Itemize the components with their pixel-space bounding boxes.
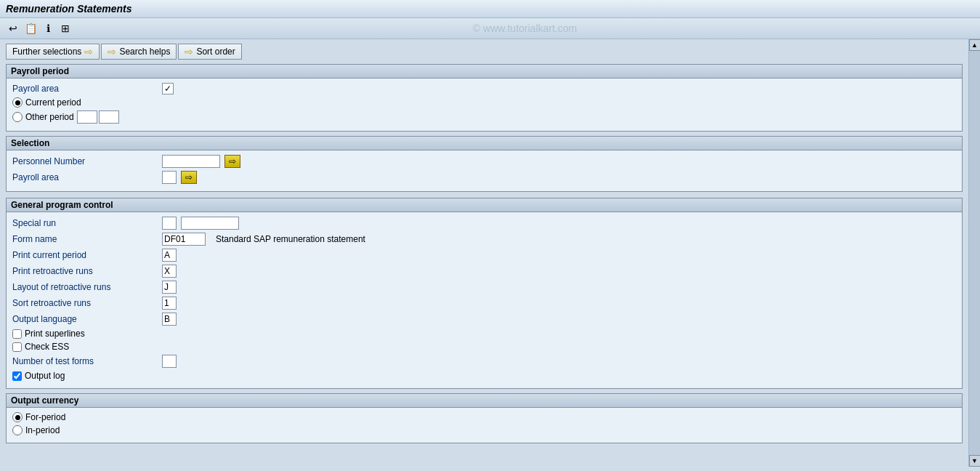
for-period-label: For-period [25,412,65,422]
tab-sort-order[interactable]: ⇨ Sort order [178,44,241,60]
search-helps-arrow-icon: ⇨ [108,46,116,57]
payroll-period-header: Payroll period [7,65,962,78]
print-retroactive-runs-input[interactable] [162,265,177,278]
other-period-input-2[interactable] [99,110,119,124]
selection-header: Selection [7,137,962,150]
scroll-track[interactable] [969,51,980,455]
layout-retroactive-runs-input[interactable] [162,281,177,294]
for-period-row: For-period [12,412,956,422]
payroll-period-section: Payroll period Payroll area ✓ Current pe… [6,64,963,132]
toolbar: ↩ 📋 ℹ ⊞ © www.tutorialkart.com [0,18,980,39]
special-run-label: Special run [12,218,158,228]
sort-order-label: Sort order [196,47,235,57]
info-icon[interactable]: ℹ [41,21,55,36]
general-program-control-section: General program control Special run Form… [6,198,963,389]
number-of-test-forms-row: Number of test forms [12,355,956,368]
print-retroactive-runs-label: Print retroactive runs [12,266,158,276]
other-period-input-1[interactable] [77,110,97,124]
form-name-input[interactable] [162,233,206,246]
output-currency-header: Output currency [7,394,962,408]
clipboard-icon[interactable]: 📋 [23,21,38,36]
check-ess-label: Check ESS [25,342,69,352]
scrollbar[interactable]: ▲ ▼ [968,39,980,467]
scroll-up-btn[interactable]: ▲ [969,39,981,51]
print-current-period-row: Print current period [12,249,956,262]
payroll-area-row: Payroll area ✓ [12,83,956,94]
other-period-row: Other period [12,110,956,124]
title-bar: Remuneration Statements [0,0,980,18]
selection-payroll-area-row: Payroll area ⇨ [12,171,956,184]
payroll-area-label: Payroll area [12,84,158,94]
current-period-radio[interactable] [12,97,23,108]
further-selections-arrow-icon: ⇨ [84,46,93,57]
layout-retroactive-runs-row: Layout of retroactive runs [12,281,956,294]
other-period-label: Other period [25,112,74,122]
print-retroactive-runs-row: Print retroactive runs [12,265,956,278]
search-helps-label: Search helps [119,47,170,57]
general-program-control-header: General program control [7,198,962,212]
output-currency-section: Output currency For-period In-period [6,393,963,443]
watermark: © www.tutorialkart.com [76,23,974,34]
check-ess-row: Check ESS [12,342,956,352]
personnel-number-row: Personnel Number ⇨ [12,155,956,168]
print-current-period-input[interactable] [162,249,177,262]
current-period-label: Current period [25,97,81,108]
number-of-test-forms-label: Number of test forms [12,356,158,366]
sort-retroactive-runs-row: Sort retroactive runs [12,297,956,310]
form-name-label: Form name [12,234,158,244]
form-name-description: Standard SAP remuneration statement [216,234,365,244]
current-period-row: Current period [12,97,956,108]
tab-bar: Further selections ⇨ ⇨ Search helps ⇨ So… [6,44,963,60]
page-title: Remuneration Statements [6,3,974,15]
personnel-number-nav-btn[interactable]: ⇨ [224,155,240,168]
form-name-row: Form name Standard SAP remuneration stat… [12,233,956,246]
special-run-row: Special run [12,217,956,230]
selection-payroll-area-label: Payroll area [12,172,158,182]
selection-section: Selection Personnel Number ⇨ Payroll are… [6,136,963,192]
print-current-period-label: Print current period [12,250,158,260]
in-period-row: In-period [12,425,956,435]
sort-retroactive-runs-label: Sort retroactive runs [12,298,158,308]
back-icon[interactable]: ↩ [6,21,20,36]
payroll-area-checkbox[interactable]: ✓ [162,83,174,94]
number-of-test-forms-input[interactable] [162,355,177,368]
grid-icon[interactable]: ⊞ [58,21,73,36]
output-log-checkbox[interactable] [12,371,22,381]
layout-retroactive-runs-label: Layout of retroactive runs [12,282,158,292]
scroll-down-btn[interactable]: ▼ [969,455,981,467]
output-log-label: Output log [25,371,65,381]
for-period-radio[interactable] [12,412,23,422]
sort-order-arrow-icon: ⇨ [185,46,193,57]
output-language-row: Output language [12,313,956,326]
output-language-input[interactable] [162,313,177,326]
output-log-row: Output log [12,371,956,381]
sort-retroactive-runs-input[interactable] [162,297,177,310]
tab-further-selections[interactable]: Further selections ⇨ [6,44,100,60]
personnel-number-label: Personnel Number [12,156,158,166]
selection-payroll-area-input[interactable] [162,171,177,184]
in-period-radio[interactable] [12,425,23,435]
print-superlines-label: Print superlines [25,329,85,339]
selection-payroll-area-nav-btn[interactable]: ⇨ [181,171,197,184]
in-period-label: In-period [25,425,60,435]
tab-search-helps[interactable]: ⇨ Search helps [101,44,177,60]
further-selections-label: Further selections [12,47,81,57]
print-superlines-checkbox[interactable] [12,329,22,339]
print-superlines-row: Print superlines [12,329,956,339]
output-language-label: Output language [12,314,158,324]
special-run-input-1[interactable] [162,217,177,230]
check-ess-checkbox[interactable] [12,342,22,352]
special-run-input-2[interactable] [181,217,239,230]
personnel-number-input[interactable] [162,155,220,168]
other-period-radio[interactable] [12,112,23,122]
